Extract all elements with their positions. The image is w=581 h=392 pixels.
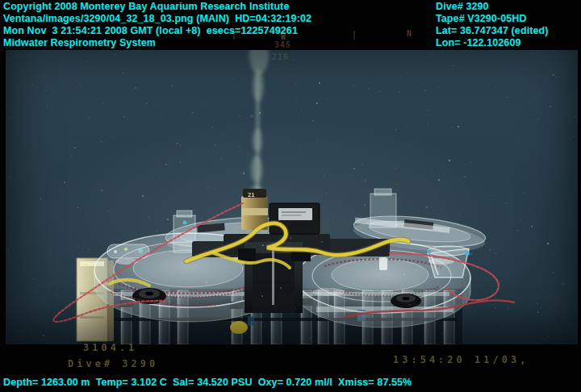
- dive-number-line: Dive# 3290: [436, 1, 549, 13]
- image-path-line: Ventana/images/3290/04_32_18_03.png (MAI…: [3, 13, 311, 25]
- video-area: 21: [6, 50, 578, 344]
- video-frame: Copyright 2008 Monterey Bay Aquarium Res…: [0, 0, 581, 392]
- copyright-line: Copyright 2008 Monterey Bay Aquarium Res…: [3, 1, 311, 13]
- timestamp-line: Mon Nov 3 21:54:21 2008 GMT (local +8) e…: [3, 25, 311, 37]
- tape-number-line: Tape# V3290-05HD: [436, 13, 549, 25]
- status-line: Depth= 1263.00 m Temp= 3.102 C Sal= 34.5…: [3, 377, 412, 389]
- secondary-value: 216: [272, 52, 289, 61]
- telemetry-header-left: Copyright 2008 Monterey Bay Aquarium Res…: [3, 1, 311, 49]
- compass-north-mark: N: [407, 29, 412, 38]
- burned-timestamp: 13:54:20 11/03,: [393, 354, 529, 365]
- burned-wire-reading: 3104.1: [83, 342, 137, 353]
- telemetry-header-right: Dive# 3290 Tape# V3290-05HD Lat= 36.7473…: [436, 1, 549, 49]
- vignette-overlay: [6, 50, 578, 344]
- burned-dive-label: Dive# 3290: [68, 358, 158, 369]
- compass-tick-right: |: [352, 30, 357, 39]
- telemetry-footer: Depth= 1263.00 m Temp= 3.102 C Sal= 34.5…: [3, 377, 412, 389]
- system-name-line: Midwater Respirometry System: [3, 37, 311, 49]
- latitude-line: Lat= 36.747347 (edited): [436, 25, 549, 37]
- longitude-line: Lon= -122.102609: [436, 37, 549, 49]
